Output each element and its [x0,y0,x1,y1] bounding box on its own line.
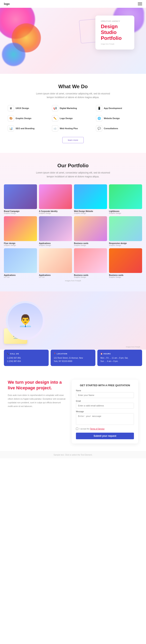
portfolio-item-category: Graphic Design [4,212,37,214]
portfolio-thumbnail [74,184,107,209]
portfolio-item-title: Business cards [109,274,142,276]
portfolio-item-title: A Corporate Identity [39,210,72,212]
email-label: Email [76,400,134,402]
portfolio-item[interactable]: Flyer design Graphic Design [4,216,37,246]
hamburger-menu-icon[interactable] [138,2,142,5]
contact-card-heading: 📞 CALL US [7,353,46,355]
portfolio-item-title: Flyer design [4,242,37,244]
portfolio-item-category: Graphic Design [39,212,72,214]
portfolio-item[interactable]: Brand Campaign Graphic Design [4,184,37,214]
terms-checkbox[interactable] [76,428,78,430]
quote-wrapper: We turn your design into a live Nicepage… [8,380,138,444]
contact-card: 📞 CALL US 1 (234) 567-8911 (234) 987-654 [4,350,49,366]
portfolio-item-category: UI / UX [4,276,37,278]
service-item: 🌐 Website Design [96,115,138,122]
portfolio-item-category: UI / UX [39,276,72,278]
hero-section: CREATIVE AGENCY Design Studio Portfolio … [0,8,146,74]
quote-form-card: GET STARTED WITH A FREE QUOTATION Name E… [72,380,138,444]
service-icon: ✏️ [52,115,58,122]
hero-title-line3: Portfolio [101,35,122,41]
portfolio-thumbnail [109,248,142,273]
portfolio-thumb-inner [4,216,37,241]
portfolio-image-credit: Images from Freepik [4,280,142,282]
service-label: Consultations [104,127,118,130]
terms-link[interactable]: Terms of Service [90,428,104,430]
portfolio-item-title: Brand Campaign [4,210,37,212]
contact-card-heading: ⏰ HOURS [100,353,139,355]
hero-subtitle: CREATIVE AGENCY [101,20,129,22]
portfolio-thumb-inner [74,248,107,273]
portfolio-thumb-inner [39,248,72,273]
service-item: ✏️ Logo Design [52,115,94,122]
portfolio-item[interactable]: A Corporate Identity Graphic Design [39,184,72,214]
service-label: Website Design [104,117,120,120]
quote-left-title: We turn your design into a live Nicepage… [8,380,66,391]
service-label: Digital Marketing [60,107,77,109]
portfolio-item[interactable]: Business cards Graphic Design [74,216,107,246]
service-label: Web Hosting Plus [60,127,78,130]
portfolio-thumb-inner [74,184,107,209]
service-icon: 🎨 [8,115,14,122]
service-icon: 📢 [52,105,58,111]
portfolio-item-category: Graphic Design [4,244,37,246]
portfolio-section: Our Portfolio Lorem ipsum dolor sit amet… [0,153,146,292]
portfolio-item[interactable]: Responsive design Graphic Design [109,216,142,246]
portfolio-thumbnail [74,216,107,241]
hero-image-credit: Image from Freepik [101,43,129,45]
terms-check-row: I accept the Terms of Service [76,428,134,430]
message-input[interactable] [76,413,134,425]
service-item: ☁️ Web Hosting Plus [52,125,94,132]
portfolio-item-category: Graphic Design [109,244,142,246]
portfolio-item-title: Applications [39,274,72,276]
service-item: 💬 Consultations [96,125,138,132]
portfolio-item-category: Graphic Design [109,212,142,214]
portfolio-description: Lorem ipsum dolor sit amet, consectetur … [34,171,112,178]
contact-card: ⏰ HOURS Mon – Fri … 11 am – 8 pm; Sat,Su… [97,350,142,366]
contact-card-body: 1 (234) 567-8911 (234) 987-654 [7,356,46,363]
hero-title-line1: Design [101,24,118,29]
email-input[interactable] [76,403,134,408]
service-icon: 🖥 [8,105,14,111]
name-input[interactable] [76,392,134,398]
portfolio-item-title: Business cards [74,274,107,276]
portfolio-thumbnail [39,184,72,209]
portfolio-item-title: Web Design Website [74,210,107,212]
portfolio-item[interactable]: Lightboxes Graphic Design [109,184,142,214]
portfolio-item[interactable]: Applications UI / UX [4,248,37,278]
service-icon: 📱 [96,105,102,111]
learn-more-button[interactable]: learn more [62,137,84,143]
portfolio-item[interactable]: Web Design Website Graphic Design [74,184,107,214]
service-item: 🎨 Graphic Design [8,115,50,122]
portfolio-item-category: Graphic Design [74,244,107,246]
portfolio-thumbnail [4,184,37,209]
service-label: UI/UX Design [16,107,29,109]
service-item: 🖥 UI/UX Design [8,105,50,111]
portfolio-item[interactable]: Business cards Graphic Design [109,248,142,278]
terms-label: I accept the Terms of Service [79,428,104,430]
services-grid: 🖥 UI/UX Design 📢 Digital Marketing 📱 App… [8,105,138,132]
portfolio-item[interactable]: Applications Graphic Design [39,216,72,246]
portfolio-item-title: Applications [39,242,72,244]
quote-section: We turn your design into a live Nicepage… [0,372,146,451]
portfolio-title: Our Portfolio [4,162,142,169]
portfolio-item-category: Graphic Design [39,244,72,246]
contact-card-heading: 📍 LOCATION [54,353,92,355]
service-icon: 📊 [8,125,14,132]
about-person-avatar: 👨‍💼 [8,303,43,338]
portfolio-item-category: Graphic Design [109,276,142,278]
portfolio-item-title: Lightboxes [109,210,142,212]
portfolio-item[interactable]: Business cards Graphic Design [74,248,107,278]
contact-card-body: Mon – Fri … 11 am – 8 pm; Sat,Sun … 4 am… [100,356,139,363]
portfolio-thumb-inner [39,184,72,209]
quote-left: We turn your design into a live Nicepage… [8,380,66,408]
portfolio-item[interactable]: Applications UI / UX [39,248,72,278]
portfolio-grid: Brand Campaign Graphic Design A Corporat… [4,184,142,278]
portfolio-item-title: Applications [4,274,37,276]
portfolio-thumbnail [4,216,37,241]
service-icon: 💬 [96,125,102,132]
portfolio-thumbnail [39,248,72,273]
about-person-circle: 👨‍💼 [6,301,45,340]
service-label: Graphic Design [16,117,31,120]
portfolio-item-title: Business cards [74,242,107,244]
submit-button[interactable]: Submit your request [76,433,134,439]
